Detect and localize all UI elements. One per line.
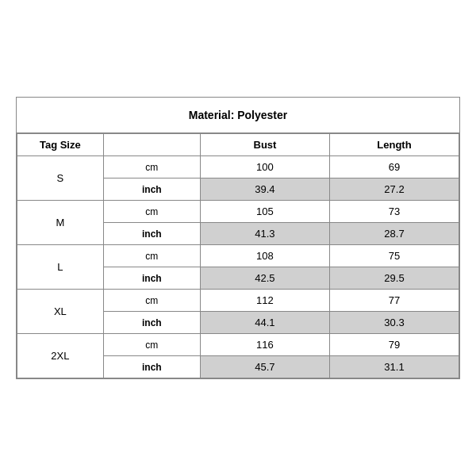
length-inch: 27.2: [329, 178, 459, 201]
bust-cm: 108: [200, 245, 329, 267]
bust-inch: 45.7: [200, 356, 329, 378]
unit-cm: cm: [103, 156, 200, 178]
length-cm: 79: [329, 334, 459, 356]
header-unit-placeholder: [103, 134, 200, 156]
size-label: 2XL: [17, 334, 104, 378]
length-inch: 29.5: [329, 267, 459, 290]
length-cm: 69: [329, 156, 459, 178]
bust-cm: 100: [200, 156, 329, 178]
size-label: L: [17, 245, 104, 290]
size-label: S: [17, 156, 104, 201]
unit-inch: inch: [103, 267, 200, 290]
unit-inch: inch: [103, 356, 200, 378]
table-row: Lcm10875: [17, 245, 459, 267]
unit-cm: cm: [103, 334, 200, 356]
bust-cm: 112: [200, 290, 329, 312]
bust-inch: 39.4: [200, 178, 329, 201]
length-inch: 30.3: [329, 312, 459, 334]
header-tag-size: Tag Size: [17, 134, 104, 156]
unit-cm: cm: [103, 201, 200, 223]
length-cm: 73: [329, 201, 459, 223]
unit-inch: inch: [103, 312, 200, 334]
bust-inch: 41.3: [200, 223, 329, 245]
size-label: XL: [17, 290, 104, 334]
table-row: Mcm10573: [17, 201, 459, 223]
length-cm: 75: [329, 245, 459, 267]
size-label: M: [17, 201, 104, 245]
bust-cm: 116: [200, 334, 329, 356]
unit-cm: cm: [103, 245, 200, 267]
bust-cm: 105: [200, 201, 329, 223]
length-inch: 31.1: [329, 356, 459, 378]
length-cm: 77: [329, 290, 459, 312]
bust-inch: 44.1: [200, 312, 329, 334]
length-inch: 28.7: [329, 223, 459, 245]
table-row: XLcm11277: [17, 290, 459, 312]
unit-inch: inch: [103, 178, 200, 201]
header-bust: Bust: [200, 134, 329, 156]
header-length: Length: [329, 134, 459, 156]
size-chart: Material: Polyester Tag Size Bust Length…: [16, 97, 460, 379]
unit-inch: inch: [103, 223, 200, 245]
unit-cm: cm: [103, 290, 200, 312]
table-row: 2XLcm11679: [17, 334, 459, 356]
bust-inch: 42.5: [200, 267, 329, 290]
size-table: Tag Size Bust Length Scm10069inch39.427.…: [17, 133, 459, 378]
chart-title: Material: Polyester: [17, 98, 459, 133]
table-row: Scm10069: [17, 156, 459, 178]
